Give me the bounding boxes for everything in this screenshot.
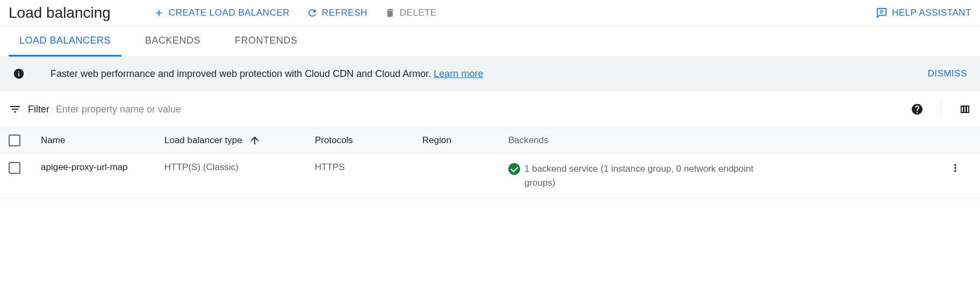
select-all-checkbox[interactable] <box>9 135 20 146</box>
row-type: HTTP(S) (Classic) <box>164 162 315 173</box>
help-icon[interactable] <box>911 103 924 116</box>
table-row: apigee-proxy-url-map HTTP(S) (Classic) H… <box>0 153 980 199</box>
column-region[interactable]: Region <box>422 135 508 146</box>
column-type[interactable]: Load balancer type <box>164 135 315 146</box>
banner-text: Faster web performance and improved web … <box>51 68 902 80</box>
more-actions-icon[interactable] <box>949 162 961 174</box>
column-name[interactable]: Name <box>41 135 164 146</box>
row-name[interactable]: apigee-proxy-url-map <box>41 162 164 173</box>
trash-icon <box>385 8 395 18</box>
column-backends[interactable]: Backends <box>508 135 939 146</box>
table-header: Name Load balancer type Protocols Region… <box>0 128 980 153</box>
filter-icon <box>9 103 21 116</box>
learn-more-link[interactable]: Learn more <box>434 68 483 79</box>
plus-icon <box>154 8 164 18</box>
dismiss-button[interactable]: DISMISS <box>928 68 967 79</box>
tab-load-balancers[interactable]: LOAD BALANCERS <box>9 26 121 57</box>
column-protocols[interactable]: Protocols <box>315 135 422 146</box>
page-title: Load balancing <box>9 4 111 22</box>
sort-ascending-icon <box>249 135 261 146</box>
tabs: LOAD BALANCERS BACKENDS FRONTENDS <box>0 26 980 57</box>
columns-icon[interactable] <box>959 103 971 116</box>
filter-input[interactable] <box>56 104 904 115</box>
refresh-label: REFRESH <box>322 8 367 18</box>
refresh-icon <box>307 8 318 18</box>
row-checkbox[interactable] <box>9 162 20 174</box>
refresh-button[interactable]: REFRESH <box>307 8 367 18</box>
delete-label: DELETE <box>400 8 437 18</box>
help-label: HELP ASSISTANT <box>892 8 971 18</box>
create-load-balancer-button[interactable]: CREATE LOAD BALANCER <box>154 8 290 18</box>
filter-label: Filter <box>28 104 49 115</box>
status-ok-icon <box>508 163 520 175</box>
help-assistant-button[interactable]: HELP ASSISTANT <box>876 7 971 19</box>
delete-button[interactable]: DELETE <box>385 8 437 18</box>
row-protocols: HTTPS <box>315 162 422 173</box>
create-label: CREATE LOAD BALANCER <box>169 8 290 18</box>
row-backends: 1 backend service (1 instance group, 0 n… <box>508 162 939 189</box>
info-banner: Faster web performance and improved web … <box>0 57 980 91</box>
tab-frontends[interactable]: FRONTENDS <box>224 26 308 57</box>
tab-backends[interactable]: BACKENDS <box>134 26 211 57</box>
chat-icon <box>876 7 888 19</box>
filter-bar: Filter <box>0 91 980 128</box>
info-icon <box>13 68 25 80</box>
